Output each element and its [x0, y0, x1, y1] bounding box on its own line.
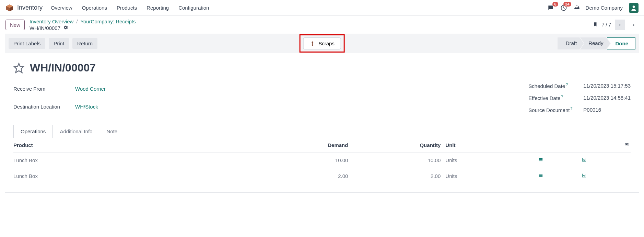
print-button[interactable]: Print: [49, 38, 69, 49]
help-icon[interactable]: ?: [570, 106, 572, 111]
updown-arrow-icon: [309, 41, 315, 46]
company-switcher[interactable]: Demo Company: [586, 5, 623, 11]
menu-operations[interactable]: Operations: [82, 5, 107, 11]
svg-rect-12: [539, 174, 543, 174]
scraps-button[interactable]: Scraps: [303, 37, 341, 49]
col-demand: Demand: [260, 138, 353, 153]
svg-point-8: [628, 145, 628, 146]
scheduled-value: 11/20/2023 15:17:53: [583, 83, 631, 89]
control-row: New Inventory Overview / YourCompany: Re…: [0, 16, 644, 34]
receive-from-value[interactable]: Wood Corner: [75, 86, 106, 92]
tab-note[interactable]: Note: [99, 125, 125, 138]
topbar: Inventory Overview Operations Products R…: [0, 0, 644, 16]
gear-icon[interactable]: [63, 25, 68, 31]
svg-point-4: [633, 5, 635, 8]
svg-rect-13: [539, 175, 543, 176]
form-sheet: WH/IN/00007 Receive From Wood Corner Des…: [5, 53, 639, 193]
help-icon[interactable]: ?: [566, 82, 568, 87]
status-bar: Draft Ready Done: [558, 37, 635, 49]
label-receive-from: Receive From: [13, 86, 75, 92]
messages-icon[interactable]: 6: [547, 4, 554, 11]
print-labels-button[interactable]: Print Labels: [9, 38, 45, 49]
svg-rect-11: [539, 160, 543, 161]
menu-reporting[interactable]: Reporting: [147, 5, 169, 11]
breadcrumb-current: WH/IN/00007: [30, 25, 60, 31]
tools-icon[interactable]: [573, 4, 579, 11]
pager-next[interactable]: ›: [629, 20, 639, 30]
label-source: Source Document?: [528, 106, 583, 113]
chart-icon[interactable]: [581, 157, 587, 163]
effective-value: 11/20/2023 14:58:41: [583, 95, 631, 101]
avatar[interactable]: [629, 3, 639, 13]
label-scheduled: Scheduled Date?: [528, 82, 583, 89]
app-title[interactable]: Inventory: [17, 4, 43, 11]
col-quantity: Quantity: [353, 138, 445, 153]
pager-prev[interactable]: ‹: [615, 20, 625, 30]
scraps-highlight: Scraps: [299, 34, 345, 53]
source-value: P00016: [583, 107, 631, 113]
breadcrumb: Inventory Overview / YourCompany: Receip…: [30, 19, 136, 31]
app-icon: [5, 4, 14, 12]
status-done[interactable]: Done: [607, 37, 636, 49]
pager-count: 7 / 7: [602, 22, 611, 27]
breadcrumb-overview[interactable]: Inventory Overview: [30, 19, 73, 24]
status-ready[interactable]: Ready: [580, 37, 610, 49]
menu-overview[interactable]: Overview: [51, 5, 72, 11]
tab-additional-info[interactable]: Additional Info: [52, 125, 99, 138]
operations-table: Product Demand Quantity Unit Lunch Box 1…: [13, 138, 631, 184]
list-icon[interactable]: [538, 157, 543, 163]
svg-rect-14: [539, 176, 543, 177]
tabs: Operations Additional Info Note: [13, 125, 631, 138]
label-effective: Effective Date?: [528, 94, 583, 101]
label-destination: Destination Location: [13, 104, 75, 110]
breadcrumb-receipts[interactable]: YourCompany: Receipts: [80, 19, 136, 24]
chart-icon[interactable]: [581, 173, 587, 179]
tab-operations[interactable]: Operations: [13, 125, 53, 138]
column-settings[interactable]: [624, 138, 631, 153]
menu-products[interactable]: Products: [117, 5, 137, 11]
sliders-icon: [624, 142, 629, 147]
return-button[interactable]: Return: [72, 38, 97, 49]
svg-marker-5: [14, 63, 24, 72]
help-icon[interactable]: ?: [561, 94, 563, 99]
svg-point-7: [626, 144, 627, 145]
activities-icon[interactable]: 24: [560, 4, 567, 11]
col-product: Product: [13, 138, 260, 153]
new-button[interactable]: New: [5, 20, 25, 30]
table-row[interactable]: Lunch Box 10.00 10.00 Units: [13, 153, 631, 168]
bookmark-icon[interactable]: [593, 21, 598, 29]
activities-badge: 24: [563, 2, 571, 7]
svg-rect-10: [539, 159, 543, 160]
svg-rect-9: [539, 158, 543, 159]
list-icon[interactable]: [538, 173, 543, 179]
svg-point-6: [627, 143, 628, 144]
destination-value[interactable]: WH/Stock: [75, 104, 106, 110]
status-draft[interactable]: Draft: [558, 37, 584, 49]
star-icon[interactable]: [13, 63, 24, 74]
messages-badge: 6: [552, 2, 558, 7]
table-row[interactable]: Lunch Box 2.00 2.00 Units: [13, 168, 631, 184]
menu-configuration[interactable]: Configuration: [178, 5, 209, 11]
main-menu: Overview Operations Products Reporting C…: [51, 5, 209, 11]
col-unit: Unit: [445, 138, 538, 153]
record-title: WH/IN/00007: [30, 61, 96, 74]
